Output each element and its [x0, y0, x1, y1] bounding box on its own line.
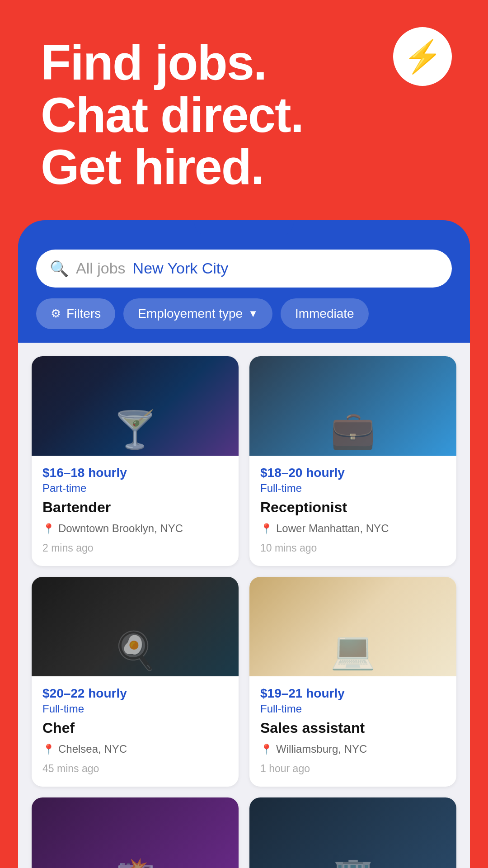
job-location: 📍 Williamsburg, NYC — [260, 743, 446, 755]
filters-label: Filters — [66, 307, 101, 321]
jobs-grid: $16–18 hourly Part-time Bartender 📍 Down… — [32, 356, 456, 787]
job-card-body: $16–18 hourly Part-time Bartender 📍 Down… — [32, 456, 239, 566]
job-image-partial1 — [32, 797, 239, 868]
job-time: 45 mins ago — [42, 763, 228, 775]
jobs-container: $16–18 hourly Part-time Bartender 📍 Down… — [18, 343, 470, 868]
job-image-receptionist — [249, 356, 456, 456]
employment-type-label: Employement type — [138, 307, 243, 321]
job-rate: $18–20 hourly — [260, 466, 446, 480]
search-icon: 🔍 — [50, 259, 69, 278]
hero-title-line2: Chat direct. — [41, 89, 447, 141]
job-card[interactable]: $19–21 hourly Full-time Sales assistant … — [249, 577, 456, 787]
phone-header: 🔍 All jobs New York City ⚙ Filters Emplo… — [18, 236, 470, 343]
job-card-body: $18–20 hourly Full-time Receptionist 📍 L… — [249, 456, 456, 566]
lightning-icon: ⚡ — [403, 41, 442, 72]
immediate-label: Immediate — [295, 307, 354, 321]
job-type: Full-time — [260, 482, 446, 495]
job-time: 1 hour ago — [260, 763, 446, 775]
location-pin-icon: 📍 — [260, 744, 272, 755]
notch — [194, 220, 294, 236]
immediate-button[interactable]: Immediate — [281, 298, 369, 329]
job-title: Receptionist — [260, 499, 446, 516]
job-image-bartender — [32, 356, 239, 456]
phone-mockup: 🔍 All jobs New York City ⚙ Filters Emplo… — [18, 220, 470, 868]
job-card-partial[interactable] — [32, 797, 239, 868]
hero-title: Find jobs. Chat direct. Get hired. — [41, 36, 447, 193]
hero-title-line3: Get hired. — [41, 141, 447, 193]
search-all-jobs-label: All jobs — [76, 259, 126, 277]
job-location-text: Chelsea, NYC — [58, 743, 127, 755]
job-location-text: Lower Manhattan, NYC — [276, 522, 389, 535]
job-card-partial[interactable] — [249, 797, 456, 868]
location-pin-icon: 📍 — [42, 523, 55, 535]
job-card-body: $19–21 hourly Full-time Sales assistant … — [249, 676, 456, 787]
hero-section: Find jobs. Chat direct. Get hired. ⚡ — [0, 0, 488, 220]
job-card-body: $20–22 hourly Full-time Chef 📍 Chelsea, … — [32, 676, 239, 787]
jobs-grid-bottom — [32, 797, 456, 868]
job-card[interactable]: $18–20 hourly Full-time Receptionist 📍 L… — [249, 356, 456, 566]
job-card[interactable]: $20–22 hourly Full-time Chef 📍 Chelsea, … — [32, 577, 239, 787]
lightning-badge: ⚡ — [393, 27, 452, 86]
job-location: 📍 Lower Manhattan, NYC — [260, 522, 446, 535]
employment-type-button[interactable]: Employement type ▼ — [123, 298, 272, 329]
job-type: Part-time — [42, 482, 228, 495]
search-bar[interactable]: 🔍 All jobs New York City — [36, 250, 452, 288]
job-type: Full-time — [260, 703, 446, 715]
job-location: 📍 Downtown Brooklyn, NYC — [42, 522, 228, 535]
chevron-down-icon: ▼ — [248, 308, 258, 320]
job-rate: $20–22 hourly — [42, 686, 228, 701]
job-title: Sales assistant — [260, 720, 446, 736]
job-title: Bartender — [42, 499, 228, 516]
location-pin-icon: 📍 — [42, 744, 55, 755]
search-location-label: New York City — [133, 259, 229, 277]
job-type: Full-time — [42, 703, 228, 715]
job-time: 10 mins ago — [260, 542, 446, 554]
location-pin-icon: 📍 — [260, 523, 272, 535]
hero-title-line1: Find jobs. — [41, 36, 447, 89]
job-rate: $16–18 hourly — [42, 466, 228, 480]
filters-button[interactable]: ⚙ Filters — [36, 298, 115, 329]
job-time: 2 mins ago — [42, 542, 228, 554]
job-rate: $19–21 hourly — [260, 686, 446, 701]
job-location-text: Williamsburg, NYC — [276, 743, 367, 755]
job-card[interactable]: $16–18 hourly Part-time Bartender 📍 Down… — [32, 356, 239, 566]
job-location-text: Downtown Brooklyn, NYC — [58, 522, 183, 535]
job-image-partial2 — [249, 797, 456, 868]
job-image-chef — [32, 577, 239, 676]
job-location: 📍 Chelsea, NYC — [42, 743, 228, 755]
filter-row: ⚙ Filters Employement type ▼ Immediate — [36, 298, 452, 329]
job-image-sales — [249, 577, 456, 676]
job-title: Chef — [42, 720, 228, 736]
sliders-icon: ⚙ — [51, 307, 61, 321]
